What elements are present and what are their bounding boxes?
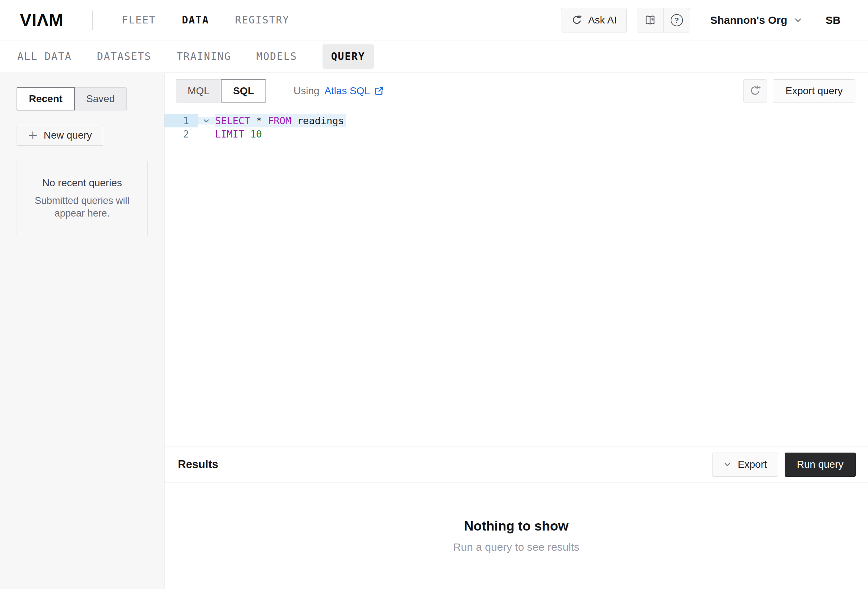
query-panel: MQL SQL Using Atlas SQL [164, 73, 868, 589]
code-line-text: LIMIT 10 [215, 127, 262, 141]
tab-query[interactable]: QUERY [323, 44, 374, 69]
empty-queries-title: No recent queries [24, 177, 140, 189]
query-sidebar: Recent Saved New query No recent queries… [0, 73, 164, 589]
results-title: Results [178, 458, 218, 471]
new-query-label: New query [44, 130, 92, 141]
export-query-button[interactable]: Export query [773, 79, 855, 102]
empty-queries-subtitle: Submitted queries will appear here. [24, 195, 140, 220]
editor-line-1: 1 SELECT * FROM readings [164, 114, 868, 127]
sql-editor[interactable]: 1 SELECT * FROM readings 2 LIMIT 10 [164, 110, 868, 446]
nav-registry[interactable]: REGISTRY [235, 14, 290, 26]
export-results-label: Export [738, 459, 767, 470]
tab-datasets[interactable]: DATASETS [97, 50, 152, 62]
help-button[interactable]: ? [663, 8, 690, 32]
org-name: Shannon's Org [710, 14, 788, 26]
nav-data[interactable]: DATA [182, 14, 209, 26]
recent-tab[interactable]: Recent [16, 87, 75, 111]
run-query-button[interactable]: Run query [785, 453, 856, 477]
line-number: 2 [164, 127, 198, 141]
results-empty-state: Nothing to show Run a query to see resul… [164, 483, 868, 589]
content-area: Recent Saved New query No recent queries… [0, 73, 868, 589]
code-line-text: SELECT * FROM readings [215, 114, 346, 127]
results-header: Results Export Run query [164, 446, 868, 483]
tab-training[interactable]: TRAINING [177, 50, 231, 62]
atlas-sql-link[interactable]: Atlas SQL [324, 85, 384, 97]
plus-icon [28, 130, 38, 141]
ai-refresh-sparkle-icon [571, 14, 583, 26]
query-language-toggle: MQL SQL [176, 79, 266, 102]
recent-saved-toggle: Recent Saved [16, 87, 127, 111]
nothing-to-show-subtitle: Run a query to see results [453, 541, 579, 553]
viam-logo[interactable]: VIΛM [20, 10, 63, 30]
chevron-down-icon [723, 460, 731, 468]
using-atlas-sql: Using Atlas SQL [294, 85, 385, 97]
sql-tab[interactable]: SQL [221, 79, 266, 102]
header-icon-group: ? [637, 8, 690, 33]
new-query-button[interactable]: New query [16, 125, 103, 146]
book-icon [644, 14, 657, 27]
top-header: VIΛM FLEET DATA REGISTRY Ask AI [0, 0, 868, 40]
primary-nav: FLEET DATA REGISTRY [122, 14, 290, 26]
chevron-down-icon [794, 16, 802, 25]
external-link-icon [374, 86, 384, 96]
using-label: Using [294, 85, 320, 97]
tab-all-data[interactable]: ALL DATA [17, 50, 72, 62]
no-recent-queries-box: No recent queries Submitted queries will… [16, 161, 148, 236]
saved-tab[interactable]: Saved [74, 87, 127, 111]
query-toolbar: MQL SQL Using Atlas SQL [164, 73, 868, 110]
regenerate-query-button[interactable] [743, 79, 767, 102]
tab-models[interactable]: MODELS [257, 50, 297, 62]
nav-fleet[interactable]: FLEET [122, 14, 156, 26]
data-section-tabs: ALL DATA DATASETS TRAINING MODELS QUERY [0, 40, 868, 73]
ask-ai-label: Ask AI [588, 15, 617, 26]
export-results-button[interactable]: Export [712, 453, 778, 477]
user-avatar[interactable]: SB [825, 14, 841, 26]
mql-tab[interactable]: MQL [176, 79, 221, 102]
header-divider [92, 10, 93, 30]
help-icon: ? [671, 14, 683, 26]
editor-line-2: 2 LIMIT 10 [164, 127, 868, 141]
org-selector[interactable]: Shannon's Org [710, 14, 803, 26]
ask-ai-button[interactable]: Ask AI [561, 8, 626, 33]
nothing-to-show-title: Nothing to show [464, 519, 568, 534]
documentation-button[interactable] [637, 8, 663, 32]
line-number: 1 [164, 114, 198, 127]
ai-refresh-sparkle-icon [748, 84, 762, 98]
fold-chevron-icon[interactable] [198, 117, 215, 124]
